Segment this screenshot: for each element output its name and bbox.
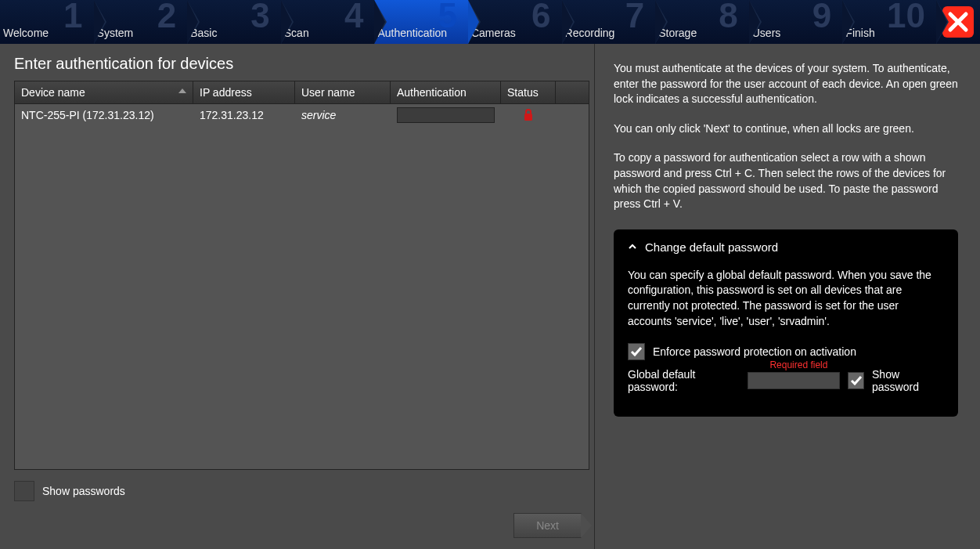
wizard-step-users[interactable]: 9 Users: [749, 0, 843, 44]
show-passwords-checkbox[interactable]: [14, 481, 34, 501]
next-button[interactable]: Next: [513, 513, 582, 538]
col-spacer: [556, 81, 589, 103]
show-password-label: Show password: [872, 368, 944, 393]
device-table: Device name IP address User name Authent…: [14, 81, 589, 470]
enforce-label: Enforce password protection on activatio…: [653, 345, 856, 358]
wizard-step-authentication[interactable]: 5 Authentication: [374, 0, 468, 44]
help-paragraph-3: To copy a password for authentication se…: [614, 150, 958, 211]
show-passwords-label: Show passwords: [42, 485, 125, 497]
wizard-step-basic[interactable]: 3 Basic: [187, 0, 281, 44]
wizard-step-cameras[interactable]: 6 Cameras: [468, 0, 562, 44]
authentication-password-input[interactable]: [397, 107, 495, 123]
wizard-step-scan[interactable]: 4 Scan: [281, 0, 375, 44]
wizard-step-bar: 1 Welcome 2 System 3 Basic 4 Scan 5 Auth…: [0, 0, 980, 44]
global-default-password-label: Global default password:: [628, 368, 740, 393]
cell-device-name: NTC-255-PI (172.31.23.12): [15, 106, 193, 125]
wizard-step-finish[interactable]: 10 Finish: [842, 0, 936, 44]
table-row[interactable]: NTC-255-PI (172.31.23.12) 172.31.23.12 s…: [15, 104, 589, 126]
col-ip[interactable]: IP address: [193, 81, 295, 103]
help-paragraph-2: You can only click 'Next' to continue, w…: [614, 121, 958, 137]
wizard-step-storage[interactable]: 8 Storage: [655, 0, 749, 44]
wizard-step-recording[interactable]: 7 Recording: [562, 0, 656, 44]
accordion-body-text: You can specify a global default passwor…: [628, 268, 944, 329]
col-user-name[interactable]: User name: [295, 81, 391, 103]
col-status[interactable]: Status: [501, 81, 556, 103]
change-default-password-panel: Change default password You can specify …: [614, 229, 958, 417]
col-device-name[interactable]: Device name: [15, 81, 193, 103]
enforce-checkbox[interactable]: [628, 343, 645, 360]
wizard-step-welcome[interactable]: 1 Welcome: [0, 0, 94, 44]
chevron-up-icon: [628, 242, 637, 251]
cell-status: [501, 106, 556, 125]
help-paragraph-1: You must authenticate at the devices of …: [614, 61, 958, 107]
page-title: Enter authentication for devices: [14, 55, 589, 73]
global-default-password-input[interactable]: [748, 372, 840, 389]
wizard-step-system[interactable]: 2 System: [94, 0, 188, 44]
cell-ip: 172.31.23.12: [193, 106, 295, 125]
svg-rect-1: [524, 114, 532, 121]
required-field-label: Required field: [769, 359, 827, 370]
lock-closed-icon: [523, 109, 534, 121]
col-authentication[interactable]: Authentication: [391, 81, 501, 103]
show-password-checkbox[interactable]: [848, 372, 864, 389]
accordion-header[interactable]: Change default password: [628, 240, 944, 254]
sort-asc-icon: [178, 88, 186, 93]
cell-authentication: [391, 104, 501, 126]
cell-user-name: service: [295, 106, 391, 125]
table-header: Device name IP address User name Authent…: [15, 81, 589, 104]
